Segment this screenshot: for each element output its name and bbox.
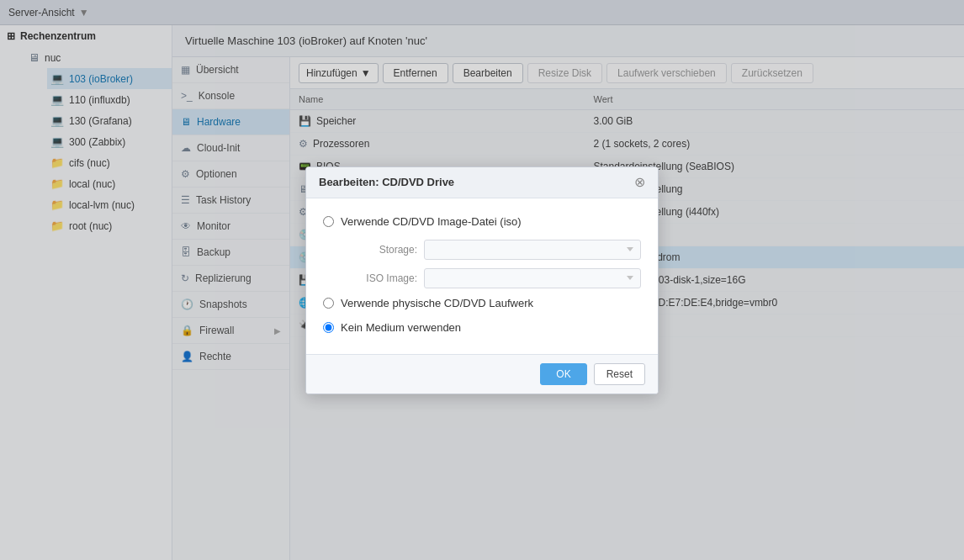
modal-cd-dvd: Bearbeiten: CD/DVD Drive ⊗ Verwende CD/D… xyxy=(305,166,659,394)
iso-image-select[interactable] xyxy=(424,268,641,288)
radio-iso-row: Verwende CD/DVD Image-Datei (iso) xyxy=(323,215,641,228)
modal-footer: OK Reset xyxy=(306,354,658,394)
modal-ok-button[interactable]: OK xyxy=(540,363,586,385)
modal-reset-button[interactable]: Reset xyxy=(594,363,645,385)
iso-image-label: ISO Image: xyxy=(342,272,417,284)
radio-iso-label[interactable]: Verwende CD/DVD Image-Datei (iso) xyxy=(341,215,522,228)
iso-image-row: ISO Image: xyxy=(323,268,641,288)
radio-physical-label[interactable]: Verwende physische CD/DVD Laufwerk xyxy=(341,297,533,309)
radio-none-input[interactable] xyxy=(323,322,334,333)
modal-title: Bearbeiten: CD/DVD Drive xyxy=(319,176,454,188)
storage-select[interactable] xyxy=(424,240,641,260)
modal-close-button[interactable]: ⊗ xyxy=(634,176,645,189)
modal-ok-label: OK xyxy=(556,368,570,380)
modal-overlay: Bearbeiten: CD/DVD Drive ⊗ Verwende CD/D… xyxy=(0,0,964,560)
radio-none-row: Kein Medium verwenden xyxy=(323,321,641,334)
radio-physical-input[interactable] xyxy=(323,298,334,309)
modal-header: Bearbeiten: CD/DVD Drive ⊗ xyxy=(306,167,658,198)
radio-none-label[interactable]: Kein Medium verwenden xyxy=(341,321,461,334)
storage-row: Storage: xyxy=(323,240,641,260)
radio-iso-input[interactable] xyxy=(323,216,334,227)
modal-body: Verwende CD/DVD Image-Datei (iso) Storag… xyxy=(306,198,658,354)
radio-physical-row: Verwende physische CD/DVD Laufwerk xyxy=(323,297,641,309)
storage-label: Storage: xyxy=(342,244,417,256)
modal-reset-label: Reset xyxy=(606,368,633,380)
